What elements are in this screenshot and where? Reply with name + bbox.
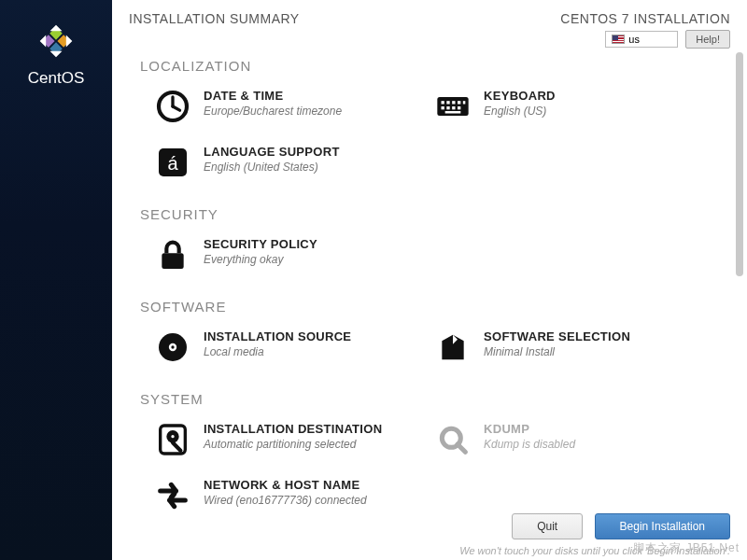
section-system: SYSTEM — [140, 391, 730, 407]
spoke-kdump-sub: Kdump is disabled — [484, 438, 575, 451]
spoke-security-sub: Everything okay — [204, 253, 317, 266]
language-icon: á — [153, 143, 192, 182]
svg-point-23 — [171, 345, 174, 348]
spoke-datetime[interactable]: DATE & TIME Europe/Bucharest timezone — [140, 81, 420, 137]
spoke-selection-sub: Minimal Install — [484, 345, 630, 358]
spoke-network-sub: Wired (eno16777736) connected — [204, 494, 367, 507]
clock-icon — [153, 87, 192, 126]
scroll-thumb[interactable] — [736, 52, 743, 276]
section-software: SOFTWARE — [140, 299, 730, 315]
spoke-kdump[interactable]: KDUMP Kdump is disabled — [420, 414, 700, 470]
svg-rect-16 — [458, 106, 460, 109]
disc-icon — [153, 328, 192, 367]
package-icon — [433, 328, 472, 367]
spoke-destination-title: INSTALLATION DESTINATION — [204, 422, 382, 436]
quit-button[interactable]: Quit — [512, 513, 583, 539]
spoke-keyboard-title: KEYBOARD — [484, 89, 556, 103]
svg-rect-11 — [458, 101, 460, 104]
section-localization: LOCALIZATION — [140, 58, 730, 74]
svg-rect-13 — [442, 106, 444, 109]
sidebar: CentOS — [0, 0, 112, 560]
spoke-keyboard[interactable]: KEYBOARD English (US) — [420, 81, 700, 137]
svg-rect-10 — [452, 101, 455, 104]
spoke-datetime-sub: Europe/Bucharest timezone — [204, 105, 342, 118]
spoke-source-title: INSTALLATION SOURCE — [204, 329, 351, 343]
svg-line-6 — [173, 106, 180, 110]
spoke-install-source[interactable]: INSTALLATION SOURCE Local media — [140, 322, 420, 378]
svg-rect-14 — [446, 106, 449, 109]
brand-label: CentOS — [28, 69, 84, 88]
watermark: 脚本之家 JB51.Net — [633, 540, 740, 556]
svg-rect-9 — [446, 101, 449, 104]
spoke-destination[interactable]: INSTALLATION DESTINATION Automatic parti… — [140, 414, 420, 470]
lock-icon — [153, 235, 192, 274]
svg-point-26 — [171, 435, 174, 438]
spoke-keyboard-sub: English (US) — [484, 105, 556, 118]
kdump-icon — [433, 420, 472, 459]
spoke-network[interactable]: NETWORK & HOST NAME Wired (eno16777736) … — [140, 470, 420, 510]
begin-install-button[interactable]: Begin Installation — [595, 513, 730, 539]
spoke-language-title: LANGUAGE SUPPORT — [204, 145, 340, 159]
spoke-datetime-title: DATE & TIME — [204, 89, 342, 103]
spoke-network-title: NETWORK & HOST NAME — [204, 478, 367, 492]
spoke-source-sub: Local media — [204, 345, 351, 358]
svg-rect-12 — [463, 101, 466, 104]
scrollbar[interactable] — [736, 52, 743, 508]
spoke-language-sub: English (United States) — [204, 161, 340, 174]
product-title: CENTOS 7 INSTALLATION — [560, 11, 730, 26]
section-security: SECURITY — [140, 206, 730, 222]
spoke-selection-title: SOFTWARE SELECTION — [484, 329, 630, 343]
svg-line-28 — [458, 444, 465, 452]
us-flag-icon — [612, 35, 625, 44]
svg-rect-20 — [162, 253, 183, 269]
harddisk-icon — [153, 420, 192, 459]
svg-text:á: á — [167, 153, 178, 174]
content-scroll: LOCALIZATION DATE & TIME Europe/Buchares… — [112, 45, 747, 510]
main-pane: INSTALLATION SUMMARY CENTOS 7 INSTALLATI… — [112, 0, 747, 560]
page-title: INSTALLATION SUMMARY — [129, 11, 300, 26]
spoke-language[interactable]: á LANGUAGE SUPPORT English (United State… — [140, 137, 420, 193]
network-icon — [153, 476, 192, 510]
watermark-en: JB51.Net — [686, 541, 740, 554]
centos-logo-icon — [34, 19, 78, 63]
watermark-cn: 脚本之家 — [633, 541, 682, 554]
spoke-security-title: SECURITY POLICY — [204, 237, 317, 251]
svg-rect-17 — [445, 111, 461, 114]
svg-rect-15 — [452, 106, 455, 109]
spoke-security-policy[interactable]: SECURITY POLICY Everything okay — [140, 230, 420, 286]
keyboard-indicator-label: us — [628, 34, 640, 45]
spoke-kdump-title: KDUMP — [484, 422, 575, 436]
svg-rect-8 — [442, 101, 444, 104]
spoke-destination-sub: Automatic partitioning selected — [204, 438, 382, 451]
keyboard-icon — [433, 87, 472, 126]
spoke-software-selection[interactable]: SOFTWARE SELECTION Minimal Install — [420, 322, 700, 378]
